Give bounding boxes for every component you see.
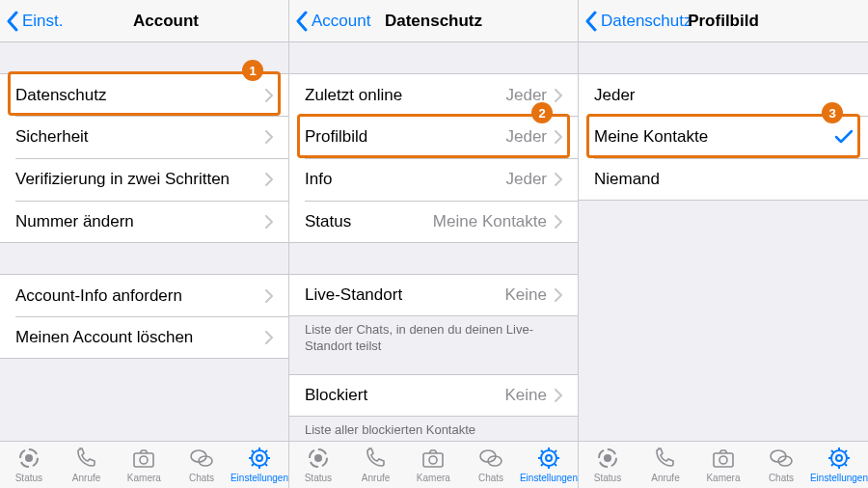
settings-cell[interactable]: Live-StandortKeine [289, 274, 578, 316]
svg-point-3 [140, 456, 148, 464]
cell-label: Datenschutz [15, 86, 265, 105]
nav-back-button[interactable]: Einst. [0, 11, 64, 32]
tabbar: StatusAnrufeKameraChatsEinstellungen [0, 441, 288, 488]
svg-line-44 [831, 450, 833, 452]
tab-camera[interactable]: Kamera [115, 442, 173, 488]
panel-0: Einst.AccountDatenschutzSicherheitVerifi… [0, 0, 289, 488]
tab-phone[interactable]: Anrufe [58, 442, 116, 488]
svg-point-35 [719, 456, 727, 464]
cell-label: Verifizierung in zwei Schritten [15, 170, 265, 189]
tabbar: StatusAnrufeKameraChatsEinstellungen [289, 441, 578, 488]
tab-chats[interactable]: Chats [173, 442, 231, 488]
chevron-right-icon [265, 130, 273, 144]
settings-cell[interactable]: ProfilbildJeder [289, 116, 578, 158]
tab-label: Kamera [127, 473, 161, 483]
step-badge: 3 [822, 102, 843, 123]
tab-gear[interactable]: Einstellungen [810, 442, 868, 488]
chevron-right-icon [555, 288, 562, 302]
svg-line-45 [845, 464, 847, 466]
group-footer: Liste der Chats, in denen du deinen Live… [289, 316, 578, 359]
tab-chats[interactable]: Chats [752, 442, 810, 488]
tab-label: Chats [769, 473, 794, 483]
navbar: DatenschutzProfilbild [579, 0, 868, 42]
chevron-right-icon [555, 389, 562, 402]
cell-label: Sicherheit [15, 127, 265, 147]
chevron-right-icon [555, 89, 562, 102]
tab-label: Anrufe [651, 473, 679, 483]
status-icon [595, 447, 620, 472]
camera-icon [711, 447, 736, 472]
chevron-right-icon [265, 215, 273, 229]
chevron-right-icon [555, 215, 562, 229]
cell-label: Meinen Account löschen [15, 328, 265, 347]
svg-point-17 [314, 454, 322, 462]
tab-label: Chats [189, 473, 214, 483]
tab-chats[interactable]: Chats [462, 442, 520, 488]
chevron-right-icon [265, 331, 273, 344]
tab-gear[interactable]: Einstellungen [520, 442, 578, 488]
settings-cell[interactable]: Verifizierung in zwei Schritten [0, 158, 288, 201]
cell-label: Profilbild [305, 127, 505, 147]
cell-value: Meine Kontakte [433, 212, 547, 231]
svg-point-38 [831, 450, 847, 466]
cell-label: Zuletzt online [305, 86, 505, 105]
gear-icon [247, 447, 272, 472]
cell-label: Jeder [594, 86, 853, 105]
chevron-left-icon [295, 11, 308, 32]
settings-cell[interactable]: BlockiertKeine [289, 374, 578, 417]
cell-label: Status [305, 212, 433, 231]
svg-point-7 [257, 455, 262, 461]
settings-cell[interactable]: Niemand [579, 158, 868, 201]
panel-2: DatenschutzProfilbildJederMeine Kontakte… [579, 0, 868, 488]
svg-line-15 [265, 450, 267, 452]
step-badge: 1 [242, 60, 263, 81]
svg-point-33 [604, 454, 611, 462]
chevron-right-icon [265, 289, 273, 303]
settings-cell[interactable]: Sicherheit [0, 116, 288, 158]
svg-point-23 [546, 455, 552, 461]
svg-line-46 [831, 464, 833, 466]
svg-line-29 [555, 464, 556, 466]
cell-group: BlockiertKeine [289, 374, 578, 417]
tab-camera[interactable]: Kamera [404, 442, 462, 488]
tab-gear[interactable]: Einstellungen [231, 442, 288, 488]
cell-label: Info [305, 170, 505, 189]
tab-label: Einstellungen [520, 473, 578, 483]
settings-cell[interactable]: Datenschutz [0, 73, 288, 116]
cell-value: Jeder [505, 127, 547, 147]
svg-point-39 [836, 455, 842, 461]
checkmark-icon [835, 130, 853, 144]
svg-line-28 [541, 450, 543, 452]
cell-group: Account-Info anfordernMeinen Account lös… [0, 274, 288, 359]
settings-cell[interactable]: Account-Info anfordern [0, 274, 288, 316]
tab-status[interactable]: Status [579, 442, 637, 488]
chats-icon [189, 447, 214, 472]
tab-phone[interactable]: Anrufe [347, 442, 405, 488]
content: JederMeine KontakteNiemand [579, 42, 868, 441]
step-badge: 2 [531, 102, 553, 123]
tab-status[interactable]: Status [289, 442, 347, 488]
settings-cell[interactable]: InfoJeder [289, 158, 578, 201]
chevron-right-icon [555, 130, 562, 144]
tab-label: Kamera [417, 473, 450, 483]
nav-back-button[interactable]: Datenschutz [579, 11, 692, 32]
settings-cell[interactable]: Meinen Account löschen [0, 316, 288, 359]
tab-label: Anrufe [72, 473, 100, 483]
group-footer: Liste aller blockierten Kontakte [289, 417, 578, 441]
nav-back-button[interactable]: Account [289, 11, 370, 32]
settings-cell[interactable]: Nummer ändern [0, 201, 288, 243]
settings-cell[interactable]: StatusMeine Kontakte [289, 201, 578, 243]
tab-phone[interactable]: Anrufe [637, 442, 694, 488]
panel-1: AccountDatenschutzZuletzt onlineJederPro… [289, 0, 579, 488]
tab-status[interactable]: Status [0, 442, 58, 488]
svg-line-12 [252, 450, 254, 452]
cell-label: Nummer ändern [15, 212, 265, 231]
svg-line-31 [555, 450, 556, 452]
cell-value: Jeder [505, 170, 547, 189]
tab-camera[interactable]: Kamera [694, 442, 752, 488]
cell-value: Keine [505, 386, 547, 405]
svg-point-19 [429, 456, 437, 464]
gear-icon [536, 447, 561, 472]
settings-cell[interactable]: Meine Kontakte [579, 116, 868, 158]
cell-value: Keine [505, 285, 547, 305]
